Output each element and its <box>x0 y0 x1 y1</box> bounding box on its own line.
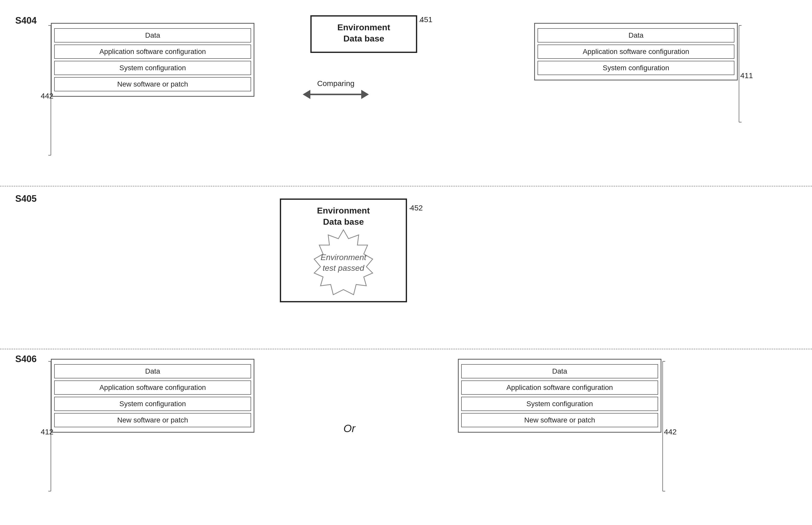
row-app-sw-config-411: Application software configuration <box>537 45 734 59</box>
row-new-sw-442b: New software or patch <box>461 413 658 427</box>
env-database-451-title: EnvironmentData base <box>312 17 416 47</box>
section-label-s406: S406 <box>15 354 37 364</box>
row-new-sw-412: New software or patch <box>54 413 251 427</box>
or-label: Or <box>343 422 355 435</box>
divider-1 <box>0 186 812 186</box>
row-data-411: Data <box>537 28 734 43</box>
box-442-s406: Data Application software configuration … <box>458 359 661 433</box>
env-database-452: EnvironmentData base Environmenttest pas… <box>280 198 407 302</box>
row-app-sw-config-412: Application software configuration <box>54 380 251 395</box>
row-sys-config-411: System configuration <box>537 61 734 75</box>
box-411-s404: Data Application software configuration … <box>534 23 738 80</box>
ref-line-452 <box>409 204 416 214</box>
arrow-left <box>303 90 310 99</box>
row-data-412: Data <box>54 364 251 378</box>
divider-2 <box>0 349 812 349</box>
stamp-452: Environmenttest passed <box>305 227 382 299</box>
arrow-right <box>361 90 369 99</box>
ref-line-451 <box>418 17 426 27</box>
env-database-452-title: EnvironmentData base <box>281 200 406 230</box>
row-new-sw-442: New software or patch <box>54 77 251 91</box>
double-arrow <box>303 90 369 99</box>
row-app-sw-config-442: Application software configuration <box>54 45 251 59</box>
stamp-text-452: Environmenttest passed <box>316 253 371 273</box>
brace-442b <box>661 360 667 492</box>
row-app-sw-config-442b: Application software configuration <box>461 380 658 395</box>
arrow-body <box>310 94 361 95</box>
section-label-s404: S404 <box>15 15 37 26</box>
brace-411 <box>738 24 743 123</box>
row-sys-config-442: System configuration <box>54 61 251 75</box>
box-412-s406: Data Application software configuration … <box>51 359 255 433</box>
brace-412 <box>47 360 52 492</box>
env-database-451: EnvironmentData base <box>310 15 417 53</box>
comparing-area: Comparing <box>267 74 404 104</box>
row-sys-config-412: System configuration <box>54 397 251 411</box>
brace-442 <box>47 24 52 156</box>
comparing-label: Comparing <box>317 79 355 88</box>
row-data-442: Data <box>54 28 251 43</box>
row-data-442b: Data <box>461 364 658 378</box>
box-442-s404: Data Application software configuration … <box>51 23 255 97</box>
row-sys-config-442b: System configuration <box>461 397 658 411</box>
section-label-s405: S405 <box>15 193 37 204</box>
